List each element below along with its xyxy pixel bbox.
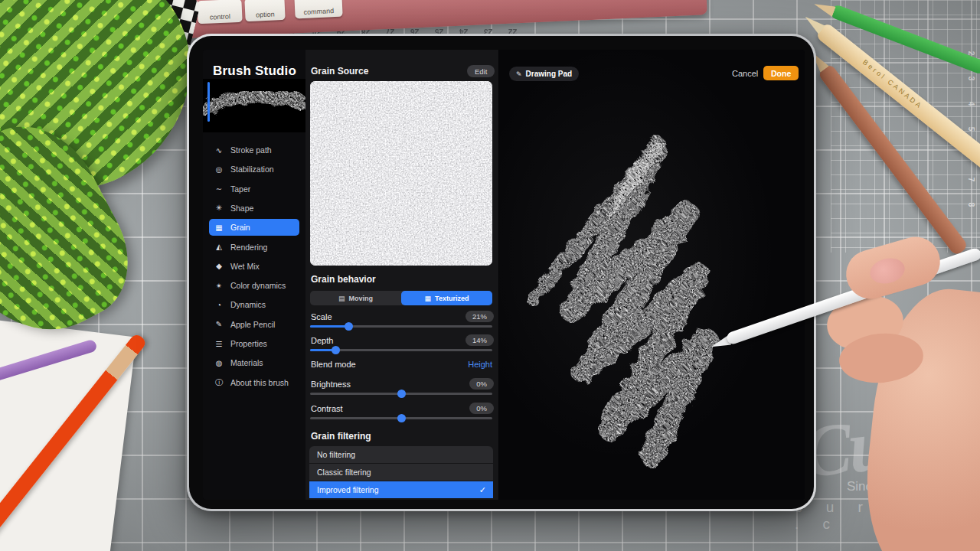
checkmark-icon: ✓ (479, 485, 486, 495)
depth-label: Depth (311, 336, 333, 345)
properties-icon: ☰ (214, 340, 224, 348)
blend-mode-value[interactable]: Height (468, 360, 492, 369)
sidebar-item-label: Dynamics (230, 300, 266, 309)
filter-option-classic-filtering[interactable]: Classic filtering (309, 464, 493, 481)
slider-thumb[interactable] (332, 346, 340, 354)
sidebar-item-stabilization[interactable]: ◎Stabilization (209, 161, 299, 178)
grain-behavior-segmented-control: ▤ Moving ▦ Texturized (310, 291, 492, 305)
sidebar-item-apple-pencil[interactable]: ✎Apple Pencil (209, 316, 299, 333)
grain-source-image[interactable] (310, 81, 492, 266)
blend-mode-label: Blend mode (311, 360, 356, 369)
sidebar-item-color-dynamics[interactable]: ✴Color dynamics (209, 277, 299, 294)
filter-option-label: No filtering (317, 450, 355, 459)
keyboard-key-command: command (294, 0, 342, 18)
chalk-scribble (499, 50, 805, 500)
materials-icon: ◍ (214, 359, 224, 367)
sidebar-item-stroke-path[interactable]: ∿Stroke path (209, 142, 299, 158)
brightness-label: Brightness (311, 380, 351, 389)
brush-stroke-preview (203, 79, 305, 132)
keyboard-key-control: control (197, 0, 242, 24)
slider-thumb[interactable] (397, 414, 406, 422)
depth-slider[interactable] (310, 349, 492, 351)
sidebar-item-label: Wet Mix (230, 262, 260, 271)
sidebar-item-rendering[interactable]: ◭Rendering (209, 239, 299, 256)
moving-icon: ▤ (338, 295, 345, 302)
sidebar-item-properties[interactable]: ☰Properties (209, 335, 299, 352)
brightness-slider[interactable] (310, 393, 492, 395)
about-brush-icon: ⓘ (214, 377, 224, 388)
segment-moving[interactable]: ▤ Moving (310, 291, 401, 305)
scale-label: Scale (311, 312, 332, 321)
stroke-path-icon: ∿ (214, 146, 224, 155)
sidebar-item-label: Taper (230, 184, 250, 194)
segment-label: Texturized (435, 295, 469, 302)
filter-option-label: Classic filtering (317, 468, 371, 477)
brush-settings-sidebar: Brush Studio ∿Stroke path◎Stabilization∼… (203, 50, 305, 500)
apple-pencil-icon: ✎ (214, 320, 224, 328)
grain-icon: ▦ (214, 223, 224, 232)
sidebar-item-label: Grain (230, 223, 250, 232)
sidebar-item-label: Rendering (230, 243, 267, 252)
sidebar-item-dynamics[interactable]: ◔Dynamics (209, 296, 299, 313)
rendering-icon: ◭ (214, 243, 224, 251)
brush-studio-window: Brush Studio ∿Stroke path◎Stabilization∼… (203, 50, 805, 500)
contrast-value: 0% (469, 403, 494, 414)
page-title: Brush Studio (213, 64, 296, 79)
sidebar-item-label: Properties (230, 339, 267, 348)
filter-option-label: Improved filtering (317, 485, 379, 494)
ipad: Brush Studio ∿Stroke path◎Stabilization∼… (187, 34, 816, 511)
sidebar-item-wet-mix[interactable]: ◆Wet Mix (209, 258, 299, 275)
taper-icon: ∼ (214, 184, 224, 193)
slider-thumb[interactable] (397, 390, 406, 398)
segment-label: Moving (349, 295, 374, 302)
segment-texturized[interactable]: ▦ Texturized (401, 291, 492, 305)
texturized-icon: ▦ (425, 295, 432, 302)
color-dynamics-icon: ✴ (214, 282, 224, 290)
wet-mix-icon: ◆ (214, 262, 224, 270)
scroll-indicator[interactable] (207, 82, 210, 122)
slider-fill (310, 325, 348, 328)
sidebar-item-shape[interactable]: ✳Shape (209, 200, 299, 217)
keyboard-key-option: option (244, 0, 285, 21)
grain-settings-panel: Grain Source Edit Grain behavior ▤ Movin… (305, 50, 499, 500)
filter-option-no-filtering[interactable]: No filtering (309, 446, 493, 463)
sidebar-item-label: Apple Pencil (230, 320, 275, 329)
drawing-pad[interactable]: ✎ Drawing Pad Cancel Done (499, 50, 805, 500)
depth-value: 14% (466, 334, 494, 346)
filter-option-improved-filtering[interactable]: Improved filtering✓ (309, 481, 493, 498)
sidebar-item-label: Materials (230, 358, 263, 367)
sidebar-item-label: Stabilization (230, 165, 274, 174)
grain-behavior-heading: Grain behavior (311, 274, 376, 285)
scale-slider[interactable] (310, 325, 492, 328)
contrast-slider[interactable] (310, 417, 492, 419)
edit-button[interactable]: Edit (467, 65, 495, 77)
sidebar-item-taper[interactable]: ∼Taper (209, 181, 299, 197)
brightness-value: 0% (469, 378, 494, 390)
sidebar-item-grain[interactable]: ▦Grain (209, 219, 299, 236)
sidebar-item-label: Stroke path (230, 145, 272, 155)
grain-source-heading: Grain Source (311, 66, 368, 77)
sidebar-item-label: Color dynamics (230, 281, 286, 290)
dynamics-icon: ◔ (214, 301, 224, 309)
sidebar-item-about-this-brush[interactable]: ⓘAbout this brush (209, 374, 299, 391)
scale-value: 21% (466, 311, 494, 322)
shape-icon: ✳ (214, 204, 224, 212)
sidebar-item-materials[interactable]: ◍Materials (209, 354, 299, 371)
sidebar-item-label: Shape (230, 204, 253, 213)
grain-filtering-heading: Grain filtering (311, 431, 371, 442)
slider-thumb[interactable] (345, 322, 353, 331)
ipad-bezel: Brush Studio ∿Stroke path◎Stabilization∼… (189, 36, 814, 509)
contrast-label: Contrast (311, 404, 343, 413)
sidebar-item-label: About this brush (230, 378, 289, 387)
stabilization-icon: ◎ (214, 165, 224, 174)
